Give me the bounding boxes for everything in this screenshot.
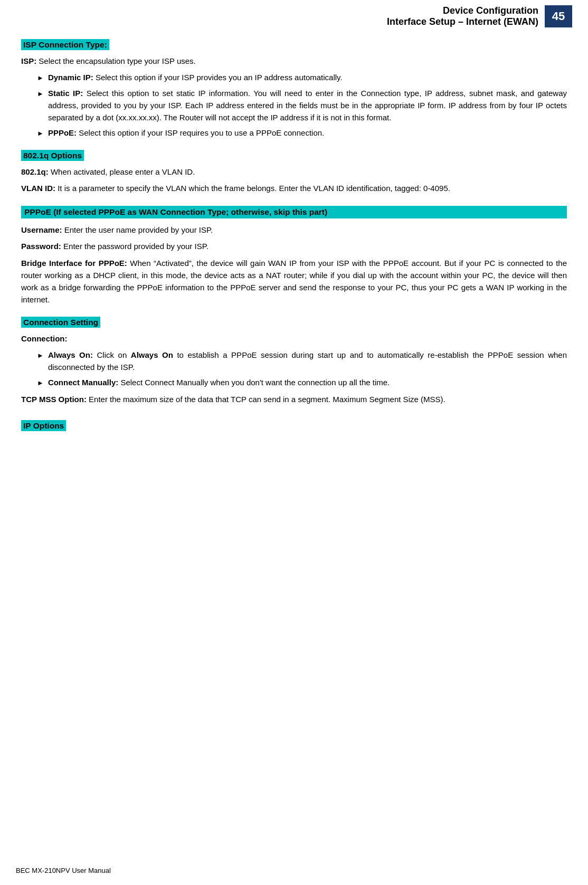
page-header: Device Configuration Interface Setup – I… [16,0,572,27]
isp-connection-type-heading-wrap: ISP Connection Type: [21,40,567,50]
list-item: ► Dynamic IP: Select this option if your… [37,71,567,83]
tcp-mss-para: TCP MSS Option: Enter the maximum size o… [21,393,567,405]
ip-options-heading-wrap: IP Options [21,421,567,431]
always-on-label: Always On: [48,350,93,359]
bullet-arrow-icon: ► [37,73,44,83]
username-text: Enter the user name provided by your ISP… [64,225,213,234]
header-title-line2: Interface Setup – Internet (EWAN) [387,16,538,27]
pppoe-option-desc: Select this option if your ISP requires … [79,128,324,137]
bullet-arrow-icon: ► [37,89,44,99]
username-para: Username: Enter the user name provided b… [21,224,567,236]
ip-options-heading: IP Options [21,420,66,431]
isp-connection-type-heading: ISP Connection Type: [21,39,109,50]
isp-intro: ISP: Select the encapsulation type your … [21,55,567,67]
password-para: Password: Enter the password provided by… [21,240,567,252]
vlan-8021q-label: 802.1q: [21,167,49,176]
vlan-8021q-text: When activated, please enter a VLAN ID. [51,167,195,176]
list-item: ► Always On: Click on Always On to estab… [37,349,567,374]
pppoe-option-label: PPPoE: [48,128,77,137]
header-title-line1: Device Configuration [387,5,538,16]
static-ip-desc: Select this option to set static IP info… [48,89,567,122]
list-item: ► Connect Manually: Select Connect Manua… [37,376,567,388]
vlan-options-heading: 802.1q Options [21,150,84,161]
page-number: 45 [545,5,572,27]
page: Device Configuration Interface Setup – I… [0,0,588,885]
bridge-interface-label: Bridge Interface for PPPoE: [21,259,127,268]
password-label: Password: [21,242,61,251]
bullet-arrow-icon: ► [37,378,44,388]
tcp-mss-label: TCP MSS Option: [21,395,87,404]
tcp-mss-text: Enter the maximum size of the data that … [89,395,445,404]
header-right: 45 [538,5,572,27]
connection-bullet-list: ► Always On: Click on Always On to estab… [37,349,567,389]
bridge-interface-para: Bridge Interface for PPPoE: When “Activa… [21,257,567,306]
pppoe-option-text: PPPoE: Select this option if your ISP re… [48,127,567,139]
connection-setting-heading: Connection Setting [21,317,100,328]
vlan-id-para: VLAN ID: It is a parameter to specify th… [21,182,567,194]
connection-setting-heading-wrap: Connection Setting [21,318,567,327]
connection-label-para: Connection: [21,332,567,345]
isp-intro-text: Select the encapsulation type your ISP u… [39,56,195,65]
password-text: Enter the password provided by your ISP. [63,242,208,251]
always-on-desc: Click on Always On to establish a PPPoE … [48,350,567,372]
pppoe-section-heading: PPPoE (If selected PPPoE as WAN Connecti… [21,206,567,218]
always-on-bold: Always On [131,350,173,359]
list-item: ► Static IP: Select this option to set s… [37,87,567,124]
connect-manually-label: Connect Manually: [48,378,118,387]
vlan-id-label: VLAN ID: [21,184,55,193]
isp-bullet-list: ► Dynamic IP: Select this option if your… [37,71,567,139]
static-ip-text: Static IP: Select this option to set sta… [48,87,567,124]
static-ip-label: Static IP: [48,89,83,98]
pppoe-section-heading-wrap: PPPoE (If selected PPPoE as WAN Connecti… [21,206,567,218]
vlan-options-heading-wrap: 802.1q Options [21,151,567,160]
username-label: Username: [21,225,62,234]
header-title-block: Device Configuration Interface Setup – I… [387,5,538,27]
connection-label: Connection: [21,334,68,343]
footer: BEC MX-210NPV User Manual [16,867,111,874]
list-item: ► PPPoE: Select this option if your ISP … [37,127,567,139]
vlan-8021q-para: 802.1q: When activated, please enter a V… [21,166,567,178]
footer-text: BEC MX-210NPV User Manual [16,867,111,874]
always-on-text: Always On: Click on Always On to establi… [48,349,567,374]
dynamic-ip-text: Dynamic IP: Select this option if your I… [48,71,567,83]
vlan-id-text: It is a parameter to specify the VLAN wh… [58,184,450,193]
dynamic-ip-label: Dynamic IP: [48,73,93,82]
dynamic-ip-desc: Select this option if your ISP provides … [96,73,343,82]
bullet-arrow-icon: ► [37,350,44,361]
bullet-arrow-icon: ► [37,128,44,139]
isp-intro-label: ISP: [21,56,36,65]
connect-manually-desc: Select Connect Manually when you don't w… [120,378,390,387]
content-area: ISP Connection Type: ISP: Select the enc… [16,40,572,431]
connect-manually-text: Connect Manually: Select Connect Manuall… [48,376,567,388]
